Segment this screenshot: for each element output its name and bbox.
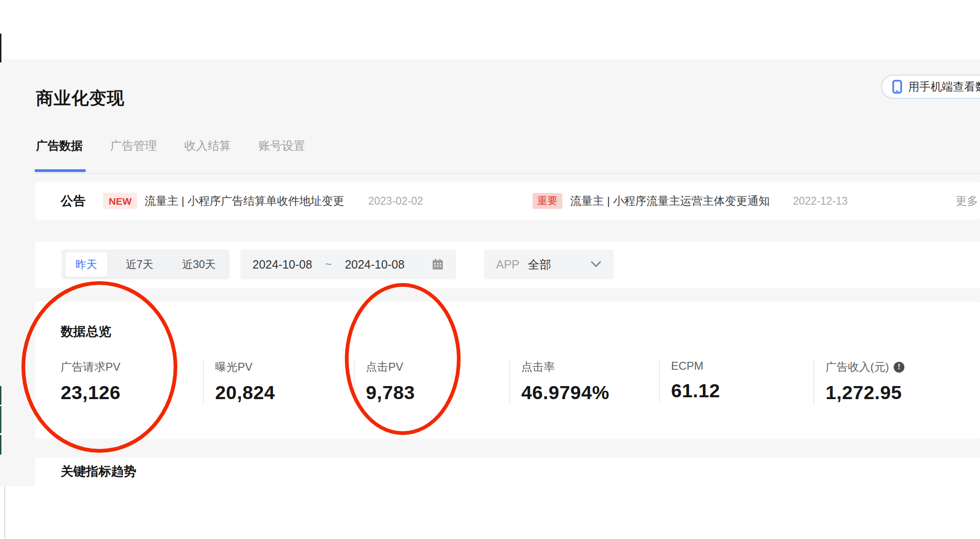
metric-value: 61.12 — [671, 380, 720, 402]
metric-value: 9,783 — [366, 382, 415, 404]
date-range-picker[interactable]: 2024-10-08 ~ 2024-10-08 — [240, 249, 456, 279]
metric-value: 23,126 — [61, 382, 120, 404]
metric-value: 20,824 — [215, 382, 275, 404]
metric-click-pv: 点击PV 9,783 — [354, 359, 415, 404]
metric-value: 1,272.95 — [826, 382, 904, 404]
important-badge: 重要 — [532, 193, 562, 209]
calendar-icon — [432, 258, 444, 270]
announcement-more-link[interactable]: 更多 — [956, 193, 978, 208]
announcement-link-2[interactable]: 流量主 | 小程序流量主运营主体变更通知 — [570, 193, 770, 208]
metric-value: 46.9794% — [521, 382, 609, 404]
data-overview-card: 数据总览 广告请求PV 23,126 曝光PV 20,824 点击PV 9,78… — [35, 302, 980, 439]
chevron-down-icon — [590, 261, 602, 268]
metric-label: 广告请求PV — [61, 359, 120, 374]
data-overview-title: 数据总览 — [61, 323, 111, 340]
metric-ad-revenue: 广告收入(元) 1,272.95 — [813, 359, 904, 404]
new-badge: NEW — [103, 193, 137, 209]
app-filter-value: 全部 — [528, 257, 551, 272]
app-filter-label: APP — [496, 258, 519, 271]
announcement-date-1: 2023-02-02 — [368, 194, 423, 207]
date-range-separator: ~ — [325, 258, 332, 271]
page-title: 商业化变现 — [36, 87, 125, 110]
range-last30days-button[interactable]: 近30天 — [172, 252, 226, 277]
metric-click-rate: 点击率 46.9794% — [509, 359, 609, 404]
monetization-dashboard: 商业化变现 用手机端查看数据 广告数据 广告管理 收入结算 账号设置 公告 NE… — [0, 0, 980, 539]
range-yesterday-button[interactable]: 昨天 — [65, 252, 107, 277]
filter-bar: 昨天 近7天 近30天 2024-10-08 ~ 2024-10-08 — [35, 242, 980, 288]
announcement-title: 公告 — [61, 193, 86, 209]
info-icon[interactable] — [894, 362, 904, 373]
announcement-date-2: 2022-12-13 — [793, 194, 848, 207]
active-tab-indicator — [35, 169, 86, 172]
metric-label: ECPM — [671, 359, 720, 373]
key-indicator-trend-card: 关键指标趋势 — [35, 457, 980, 539]
metric-ad-request-pv: 广告请求PV 23,126 — [61, 359, 120, 404]
view-on-mobile-label: 用手机端查看数据 — [908, 79, 980, 94]
tab-account-settings[interactable]: 账号设置 — [259, 138, 305, 158]
date-range-start: 2024-10-08 — [252, 258, 312, 271]
metric-label: 点击率 — [521, 359, 609, 374]
window-edge-artifact — [0, 34, 1, 62]
window-edge-artifact — [0, 386, 1, 405]
window-edge-artifact — [0, 406, 1, 433]
tab-ad-data[interactable]: 广告数据 — [36, 138, 83, 158]
announcement-bar: 公告 NEW 流量主 | 小程序广告结算单收件地址变更 2023-02-02 重… — [35, 182, 980, 220]
window-edge-artifact — [4, 486, 5, 539]
view-on-mobile-button[interactable]: 用手机端查看数据 — [881, 75, 980, 99]
metric-label: 广告收入(元) — [826, 359, 889, 374]
window-edge-artifact — [0, 435, 1, 455]
metric-ecpm: ECPM 61.12 — [659, 359, 720, 402]
metric-label: 曝光PV — [215, 359, 275, 374]
tab-ad-management[interactable]: 广告管理 — [110, 138, 157, 158]
tab-separator-line — [35, 173, 980, 174]
announcement-link-1[interactable]: 流量主 | 小程序广告结算单收件地址变更 — [145, 193, 344, 208]
phone-icon — [892, 80, 902, 94]
metric-label: 点击PV — [366, 359, 415, 374]
tab-income-settlement[interactable]: 收入结算 — [184, 138, 231, 158]
metric-exposure-pv: 曝光PV 20,824 — [203, 359, 275, 404]
range-last7days-button[interactable]: 近7天 — [116, 252, 164, 277]
quick-range-segmented-control: 昨天 近7天 近30天 — [62, 249, 230, 279]
tab-bar: 广告数据 广告管理 收入结算 账号设置 — [36, 138, 305, 158]
date-range-end: 2024-10-08 — [345, 258, 405, 271]
app-filter-select[interactable]: APP 全部 — [484, 249, 614, 279]
key-indicator-trend-title: 关键指标趋势 — [61, 463, 136, 480]
